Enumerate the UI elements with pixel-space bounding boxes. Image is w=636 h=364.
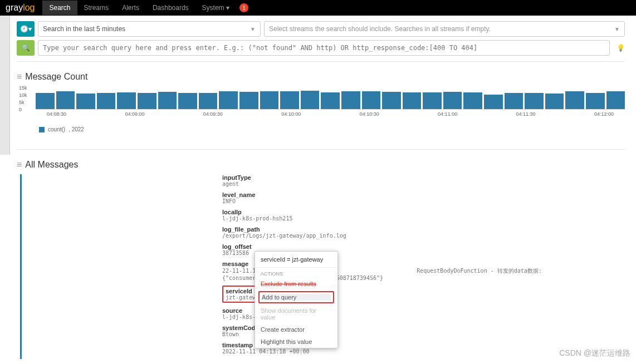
xaxis-tick: 04:11:00 <box>438 111 457 117</box>
field-action-dropdown: serviceId = jzt-gateway ACTIONS Exclude … <box>255 251 338 348</box>
nav-alerts[interactable]: Alerts <box>115 1 146 15</box>
query-input[interactable] <box>38 40 610 56</box>
chart-bar[interactable] <box>403 92 422 109</box>
sidebar-collapsed[interactable] <box>0 16 10 155</box>
field-log_file_path-name[interactable]: log_file_path <box>222 226 625 233</box>
chart-xaxis: 04:08:3004:09:0004:09:3004:10:0004:10:30… <box>36 111 625 117</box>
message-indicator <box>20 174 22 359</box>
xaxis-tick: 04:10:00 <box>281 111 301 117</box>
nav-dashboards[interactable]: Dashboards <box>146 1 195 15</box>
chart-bar[interactable] <box>606 91 625 109</box>
chart-bar[interactable] <box>301 91 320 109</box>
chart-bar[interactable] <box>505 93 524 109</box>
watermark: CSDN @迷茫运维路 <box>559 348 630 358</box>
legend-swatch <box>39 127 45 132</box>
dropdown-add-to-query[interactable]: Add to query <box>262 294 331 301</box>
xaxis-tick: 04:09:00 <box>125 111 144 117</box>
field-level_name-value[interactable]: INFO <box>222 198 625 204</box>
field-inputType-name[interactable]: inputType <box>222 174 625 181</box>
field-log_offset-name[interactable]: log_offset <box>222 243 625 250</box>
notification-badge[interactable]: 1 <box>239 3 248 12</box>
message-count-title: ≡ Message Count <box>17 72 625 82</box>
search-button[interactable]: 🔍 <box>17 40 35 56</box>
search-icon: 🔍 <box>22 44 30 52</box>
chevron-down-icon: ▼ <box>614 26 620 32</box>
top-navbar: graylog Search Streams Alerts Dashboards… <box>0 0 636 16</box>
chart-bar[interactable] <box>76 94 95 109</box>
time-range-button[interactable]: 🕘▾ <box>17 21 35 37</box>
chart-bar[interactable] <box>545 94 564 109</box>
chart-bar[interactable] <box>219 91 238 109</box>
time-range-label: Search in the last 5 minutes <box>43 25 125 33</box>
message-count-chart: 15k 10k 5k 0 04:08:3004:09:0004:09:3004:… <box>36 85 625 124</box>
chart-bar[interactable] <box>565 91 584 109</box>
all-messages-title: ≡ All Messages <box>17 160 625 170</box>
stream-placeholder: Select streams the search should include… <box>269 25 491 33</box>
hamburger-icon[interactable]: ≡ <box>17 160 22 170</box>
chart-yaxis: 15k 10k 5k 0 <box>19 85 27 112</box>
chart-bar[interactable] <box>158 92 177 109</box>
dropdown-exclude[interactable]: Exclude from results <box>255 278 337 290</box>
dropdown-header: serviceId = jzt-gateway <box>255 252 337 268</box>
dropdown-show-docs[interactable]: Show documents for value <box>255 304 337 323</box>
chart-legend: count(), 2022 <box>39 126 625 132</box>
chart-bar[interactable] <box>36 93 55 109</box>
field-localIp-value[interactable]: l-jdj-k8s-prod-hsh215 <box>222 215 625 222</box>
xaxis-tick: 04:11:30 <box>516 111 536 117</box>
chart-bar[interactable] <box>423 92 442 109</box>
add-to-query-highlight: Add to query <box>258 291 334 303</box>
chart-bar[interactable] <box>199 93 218 109</box>
chart-bar[interactable] <box>321 92 340 109</box>
xaxis-tick: 04:10:30 <box>360 111 379 117</box>
chart-bars <box>36 85 625 110</box>
xaxis-tick: 04:09:30 <box>203 111 223 117</box>
chart-bar[interactable] <box>138 93 156 109</box>
xaxis-tick: 04:08:30 <box>47 111 66 117</box>
dropdown-section-label: ACTIONS <box>255 268 337 278</box>
stream-select[interactable]: Select streams the search should include… <box>264 21 625 37</box>
hamburger-icon[interactable]: ≡ <box>17 72 22 82</box>
dropdown-highlight[interactable]: Highlight this value <box>255 336 337 348</box>
chart-bar[interactable] <box>443 92 462 109</box>
logo: graylog <box>6 3 35 13</box>
nav-system[interactable]: System ▾ <box>195 1 236 15</box>
time-range-select[interactable]: Search in the last 5 minutes ▼ <box>38 21 261 37</box>
chart-bar[interactable] <box>117 92 136 109</box>
chart-bar[interactable] <box>382 92 401 109</box>
xaxis-tick: 04:12:00 <box>594 111 614 117</box>
chart-bar[interactable] <box>97 93 116 109</box>
field-level_name-name[interactable]: level_name <box>222 191 625 198</box>
clock-icon: 🕘▾ <box>20 25 32 33</box>
chart-bar[interactable] <box>463 92 482 109</box>
chart-bar[interactable] <box>56 91 75 109</box>
dropdown-create-extractor[interactable]: Create extractor <box>255 323 337 336</box>
chevron-down-icon: ▼ <box>250 26 256 32</box>
nav-search[interactable]: Search <box>42 1 77 15</box>
chart-bar[interactable] <box>525 93 544 109</box>
chart-bar[interactable] <box>484 95 503 109</box>
field-inputType-value[interactable]: agent <box>222 181 625 187</box>
chart-bar[interactable] <box>280 91 299 109</box>
chart-bar[interactable] <box>239 92 258 109</box>
field-localIp-name[interactable]: localIp <box>222 209 625 215</box>
chart-bar[interactable] <box>341 91 360 109</box>
chart-bar[interactable] <box>362 91 381 109</box>
bulb-icon[interactable]: 💡 <box>617 44 625 52</box>
field-log_file_path-value[interactable]: /export/Logs/jzt-gateway/app_info.log <box>222 233 625 239</box>
chart-bar[interactable] <box>178 93 197 109</box>
chart-bar[interactable] <box>586 93 605 109</box>
chart-bar[interactable] <box>260 91 279 109</box>
nav-streams[interactable]: Streams <box>77 1 116 15</box>
